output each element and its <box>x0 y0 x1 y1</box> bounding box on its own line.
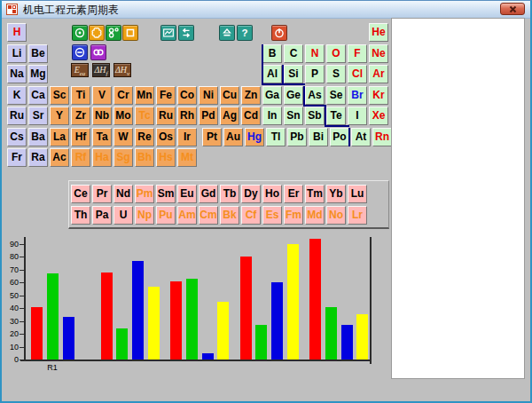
close-button[interactable] <box>500 3 525 15</box>
element-cell-te-r4[interactable]: Te <box>326 107 346 125</box>
element-cell-fe-r3[interactable]: Fe <box>156 86 176 105</box>
element-cell-gd-r7[interactable]: Gd <box>199 185 218 203</box>
element-cell-li-r1[interactable]: Li <box>7 44 27 63</box>
element-cell-mt-r6[interactable]: Mt <box>177 148 197 167</box>
element-cell-f-r1[interactable]: F <box>348 44 367 63</box>
element-cell-ag-r4[interactable]: Ag <box>220 107 239 125</box>
element-cell-re-r5[interactable]: Re <box>135 128 154 146</box>
element-cell-at-r5[interactable]: At <box>351 128 371 146</box>
element-cell-au-r5[interactable]: Au <box>223 128 243 146</box>
element-cell-sm-r7[interactable]: Sm <box>156 185 176 203</box>
element-cell-al-r2[interactable]: Al <box>262 65 282 83</box>
element-cell-dy-r7[interactable]: Dy <box>241 185 261 203</box>
element-cell-ni-r3[interactable]: Ni <box>199 86 218 105</box>
chart-button[interactable] <box>160 25 176 41</box>
element-cell-na-r2[interactable]: Na <box>7 65 27 83</box>
element-cell-pa-r8[interactable]: Pa <box>92 206 112 225</box>
element-cell-ca-r3[interactable]: Ca <box>28 86 48 105</box>
element-cell-bi-r5[interactable]: Bi <box>309 128 328 146</box>
element-cell-ba-r5[interactable]: Ba <box>28 128 48 146</box>
element-cell-pu-r8[interactable]: Pu <box>156 206 176 225</box>
element-cell-rn-r5[interactable]: Rn <box>372 128 392 146</box>
element-cell-si-r2[interactable]: Si <box>284 65 303 83</box>
element-cell-xe-r4[interactable]: Xe <box>369 107 388 125</box>
element-cell-tl-r5[interactable]: Tl <box>266 128 286 146</box>
rings-button[interactable] <box>90 44 106 60</box>
element-cell-eu-r7[interactable]: Eu <box>177 185 197 203</box>
element-cell-ir-r5[interactable]: Ir <box>177 128 197 146</box>
eject-button[interactable] <box>219 25 235 41</box>
property-button-dhv[interactable]: ΔHv <box>113 63 131 77</box>
help-button[interactable]: ? <box>237 25 253 41</box>
element-cell-cs-r5[interactable]: Cs <box>7 128 27 146</box>
element-cell-np-r8[interactable]: Np <box>135 206 154 225</box>
element-cell-tc-r4[interactable]: Tc <box>135 107 154 125</box>
element-cell-hs-r6[interactable]: Hs <box>156 148 176 167</box>
element-cell-er-r7[interactable]: Er <box>284 185 303 203</box>
element-cell-bh-r6[interactable]: Bh <box>135 148 154 167</box>
element-cell-mo-r4[interactable]: Mo <box>113 107 133 125</box>
element-cell-n-r1[interactable]: N <box>305 44 325 63</box>
element-cell-sc-r3[interactable]: Sc <box>50 86 69 105</box>
swap-arrows-button[interactable] <box>178 25 194 41</box>
element-cell-sg-r6[interactable]: Sg <box>113 148 133 167</box>
element-cell-la-r5[interactable]: La <box>50 128 69 146</box>
element-cell-hg-r5[interactable]: Hg <box>245 128 264 146</box>
element-cell-ha-r6[interactable]: Ha <box>92 148 112 167</box>
element-cell-lr-r8[interactable]: Lr <box>348 206 367 225</box>
element-cell-se-r3[interactable]: Se <box>326 86 346 105</box>
element-cell-zn-r3[interactable]: Zn <box>241 86 261 105</box>
element-cell-ge-r3[interactable]: Ge <box>284 86 303 105</box>
element-cell-sr-r4[interactable]: Sr <box>28 107 48 125</box>
element-cell-pb-r5[interactable]: Pb <box>287 128 307 146</box>
element-cell-i-r4[interactable]: I <box>348 107 367 125</box>
element-cell-br-r3[interactable]: Br <box>348 86 367 105</box>
element-cell-co-r3[interactable]: Co <box>177 86 197 105</box>
element-cell-c-r1[interactable]: C <box>284 44 303 63</box>
element-cell-pr-r7[interactable]: Pr <box>92 185 112 203</box>
element-cell-be-r1[interactable]: Be <box>28 44 48 63</box>
element-cell-kr-r3[interactable]: Kr <box>369 86 388 105</box>
nucleus-button[interactable] <box>72 25 88 41</box>
element-cell-pd-r4[interactable]: Pd <box>199 107 218 125</box>
element-cell-pt-r5[interactable]: Pt <box>202 128 222 146</box>
element-cell-ac-r6[interactable]: Ac <box>50 148 69 167</box>
element-cell-es-r8[interactable]: Es <box>262 206 282 225</box>
element-cell-ru-r4[interactable]: Ru <box>7 107 27 125</box>
element-cell-cd-r4[interactable]: Cd <box>241 107 261 125</box>
element-cell-os-r5[interactable]: Os <box>156 128 176 146</box>
element-cell-ne-r1[interactable]: Ne <box>369 44 388 63</box>
element-cell-po-r5[interactable]: Po <box>330 128 349 146</box>
element-cell-sb-r4[interactable]: Sb <box>305 107 325 125</box>
element-cell-lu-r7[interactable]: Lu <box>348 185 367 203</box>
molecule-button[interactable] <box>106 25 121 41</box>
element-cell-u-r8[interactable]: U <box>113 206 133 225</box>
element-cell-h-r0[interactable]: H <box>7 23 27 42</box>
element-cell-nb-r4[interactable]: Nb <box>92 107 112 125</box>
property-button-dhf[interactable]: ΔHf <box>92 63 110 77</box>
element-cell-bk-r8[interactable]: Bk <box>220 206 239 225</box>
element-cell-cf-r8[interactable]: Cf <box>241 206 261 225</box>
element-cell-ho-r7[interactable]: Ho <box>262 185 282 203</box>
element-cell-y-r4[interactable]: Y <box>50 107 69 125</box>
element-cell-cu-r3[interactable]: Cu <box>220 86 239 105</box>
element-cell-ru-r4[interactable]: Ru <box>156 107 176 125</box>
element-cell-am-r8[interactable]: Am <box>177 206 197 225</box>
element-cell-th-r8[interactable]: Th <box>71 206 90 225</box>
element-cell-fm-r8[interactable]: Fm <box>284 206 303 225</box>
element-cell-s-r2[interactable]: S <box>326 65 346 83</box>
element-cell-no-r8[interactable]: No <box>326 206 346 225</box>
element-cell-v-r3[interactable]: V <box>92 86 112 105</box>
element-cell-tb-r7[interactable]: Tb <box>220 185 239 203</box>
power-button[interactable] <box>271 25 287 41</box>
element-cell-nd-r7[interactable]: Nd <box>113 185 133 203</box>
element-cell-as-r3[interactable]: As <box>305 86 325 105</box>
element-cell-mn-r3[interactable]: Mn <box>135 86 154 105</box>
element-cell-w-r5[interactable]: W <box>113 128 133 146</box>
element-cell-p-r2[interactable]: P <box>305 65 325 83</box>
element-cell-sn-r4[interactable]: Sn <box>284 107 303 125</box>
element-cell-cl-r2[interactable]: Cl <box>348 65 367 83</box>
property-button-eea[interactable]: Eea <box>71 63 89 77</box>
element-cell-ce-r7[interactable]: Ce <box>71 185 90 203</box>
element-cell-o-r1[interactable]: O <box>326 44 346 63</box>
